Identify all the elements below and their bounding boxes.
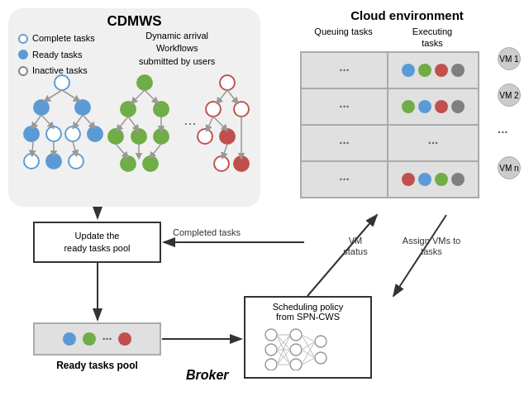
svg-line-18 (73, 141, 76, 154)
ready-icon (18, 50, 28, 60)
svg-text:Assign VMs to: Assign VMs to (403, 236, 460, 246)
svg-point-38 (206, 102, 221, 117)
svg-point-5 (65, 126, 80, 141)
svg-line-45 (227, 90, 236, 102)
task-gray-1 (451, 64, 465, 77)
svg-point-2 (75, 100, 90, 115)
task-blue-4 (418, 173, 431, 186)
cloud-cell-r4c1: ··· (301, 161, 388, 198)
svg-line-11 (62, 90, 78, 100)
svg-point-4 (46, 126, 61, 141)
svg-line-12 (33, 115, 41, 126)
svg-point-8 (46, 154, 61, 169)
task-green-1 (418, 64, 431, 77)
svg-point-0 (55, 75, 69, 90)
pool-dots: ··· (102, 332, 112, 346)
svg-text:tasks: tasks (421, 246, 442, 256)
task-green-4 (435, 173, 448, 186)
svg-point-52 (265, 359, 277, 370)
nn-diagram (259, 325, 358, 370)
complete-icon (18, 34, 28, 44)
task-orange-1 (435, 64, 448, 77)
scheduling-label-1: Scheduling policy (273, 302, 344, 312)
svg-point-6 (88, 126, 102, 141)
cloud-grid: ··· ··· ··· ··· (300, 51, 479, 198)
svg-point-22 (154, 102, 169, 117)
vm2-label: VM 2 (493, 77, 521, 113)
cloud-cell-r2c2 (388, 88, 479, 125)
task-orange-2 (435, 100, 448, 113)
svg-line-16 (32, 141, 33, 154)
vmn-circle: VM n (498, 156, 521, 179)
task-orange-4 (402, 173, 415, 186)
svg-line-15 (83, 115, 93, 126)
pool-green (83, 332, 96, 346)
svg-point-25 (154, 129, 169, 144)
svg-line-44 (218, 90, 227, 102)
svg-point-37 (220, 75, 235, 90)
cloud-cell-r3c2: ··· (388, 125, 479, 161)
cloud-title: Cloud environment (293, 8, 521, 22)
broker-label: Broker (186, 368, 229, 383)
pool-orange (118, 332, 131, 346)
svg-line-46 (207, 117, 213, 129)
svg-line-31 (128, 117, 137, 129)
svg-line-13 (41, 115, 52, 126)
dynamic-label: Dynamic arrivalWorkflowsDynamic arrival … (139, 30, 215, 68)
cdmws-title: CDMWS (13, 13, 255, 30)
cloud-section: Cloud environment Queuing tasks Executin… (293, 8, 521, 198)
svg-point-56 (315, 336, 326, 347)
scheduling-box: Scheduling policy from SPN-CWS (244, 296, 372, 379)
completed-tasks-label-text: Completed tasks (173, 227, 241, 237)
cloud-cell-r1c1: ··· (301, 52, 388, 88)
svg-point-9 (69, 154, 83, 169)
svg-point-42 (234, 156, 249, 171)
svg-line-14 (74, 115, 83, 126)
legend-complete: Complete tasks (18, 31, 95, 46)
task-blue-2 (418, 100, 431, 113)
svg-text:···: ··· (183, 115, 196, 131)
cloud-cell-r3c1: ··· (301, 125, 388, 161)
pool-blue (63, 332, 76, 346)
legend-ready: Ready tasks (18, 48, 95, 63)
svg-point-1 (34, 100, 49, 115)
svg-point-53 (290, 329, 302, 341)
vmn-label: VM n (493, 150, 521, 186)
svg-point-40 (198, 129, 212, 144)
svg-line-33 (116, 144, 126, 156)
svg-point-24 (131, 129, 146, 144)
workflow-trees: ··· ··· (17, 66, 252, 198)
legend-complete-label: Complete tasks (32, 31, 95, 46)
svg-text:VM: VM (349, 236, 363, 246)
vm1-circle: VM 1 (498, 47, 521, 70)
update-box: Update theready tasks pool (33, 222, 161, 263)
svg-line-10 (46, 90, 62, 100)
legend-ready-label: Ready tasks (32, 48, 83, 63)
svg-line-35 (151, 144, 161, 156)
svg-point-27 (143, 156, 158, 171)
main-container: { "cdmws": { "title": "CDMWS", "legend":… (0, 0, 529, 420)
svg-point-55 (290, 359, 302, 370)
col-header-queuing: Queuing tasks (300, 26, 387, 50)
svg-point-39 (234, 102, 249, 117)
svg-point-57 (315, 352, 326, 364)
vm-dots-label: ··· (493, 113, 521, 150)
vm2-circle: VM 2 (498, 84, 521, 107)
cloud-cell-r4c2 (388, 161, 479, 198)
task-gray-2 (451, 100, 465, 113)
ready-pool-box: ··· (33, 322, 161, 356)
svg-point-43 (214, 156, 229, 171)
svg-line-29 (145, 90, 156, 102)
svg-line-49 (223, 144, 227, 156)
svg-point-3 (24, 126, 39, 141)
svg-point-50 (265, 329, 277, 341)
svg-point-23 (108, 129, 123, 144)
vm-labels: VM 1 VM 2 ··· VM n (493, 41, 521, 186)
task-green-2 (402, 100, 415, 113)
svg-text:status: status (343, 246, 368, 256)
svg-point-41 (220, 129, 235, 144)
svg-point-51 (265, 344, 277, 356)
svg-point-54 (290, 344, 302, 356)
cloud-cell-r1c2 (388, 52, 479, 88)
svg-point-21 (121, 102, 136, 117)
